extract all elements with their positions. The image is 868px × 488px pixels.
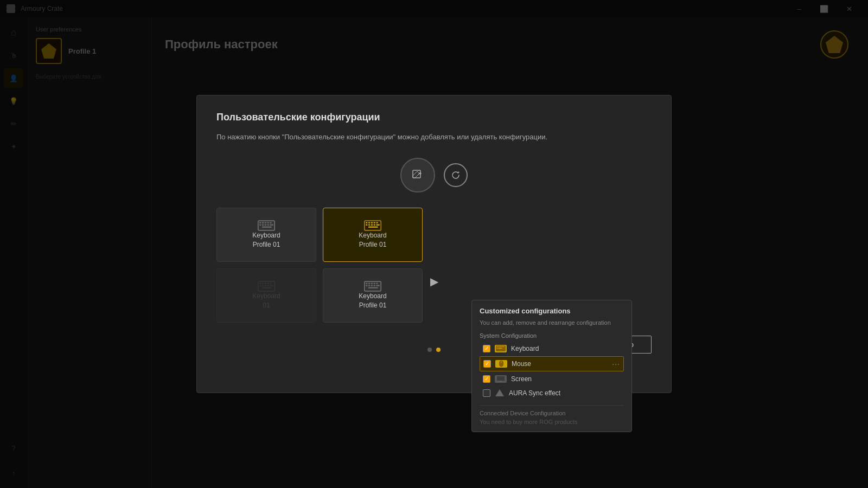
profile-card-label-2: KeyboardProfile 01 <box>359 231 386 249</box>
svg-rect-29 <box>267 282 269 284</box>
svg-rect-31 <box>259 285 261 286</box>
nav-dot-1[interactable] <box>427 348 432 352</box>
svg-rect-6 <box>270 222 271 223</box>
svg-rect-18 <box>376 222 378 223</box>
modal-heading: Пользовательские конфигурации <box>216 112 652 123</box>
edit-icon <box>411 169 424 182</box>
svg-rect-9 <box>265 224 266 225</box>
profile-card-1[interactable]: KeyboardProfile 01 <box>216 208 316 262</box>
keyboard-checkbox[interactable] <box>483 345 490 352</box>
nav-dots <box>427 348 441 352</box>
svg-rect-20 <box>368 224 370 225</box>
modal-overlay: Пользовательские конфигурации По нажатию… <box>0 0 868 488</box>
svg-rect-5 <box>267 222 269 223</box>
config-item-aura[interactable]: AURA Sync effect <box>480 387 624 400</box>
svg-rect-42 <box>376 282 378 284</box>
screen-label: Screen <box>511 375 621 383</box>
screen-checkbox[interactable] <box>483 375 490 383</box>
svg-rect-43 <box>366 285 367 286</box>
svg-rect-17 <box>374 222 375 223</box>
svg-rect-54 <box>503 346 505 348</box>
svg-rect-23 <box>376 224 379 225</box>
svg-rect-3 <box>262 222 264 223</box>
system-config-label: System Configuration <box>480 332 624 339</box>
mouse-checkbox[interactable] <box>483 360 491 368</box>
svg-rect-34 <box>267 285 269 286</box>
svg-rect-52 <box>500 346 501 348</box>
svg-rect-33 <box>265 285 266 286</box>
svg-rect-15 <box>368 222 370 223</box>
nav-dot-2[interactable] <box>436 348 441 352</box>
mouse-device-icon <box>495 360 507 368</box>
aura-checkbox[interactable] <box>483 389 490 397</box>
connected-desc: You need to buy more ROG products <box>480 419 624 425</box>
svg-rect-48 <box>368 287 378 288</box>
svg-rect-38 <box>366 282 367 284</box>
profile-card-label-3: Keyboard01 <box>252 292 280 310</box>
svg-rect-35 <box>270 285 273 286</box>
keyboard-icon-1 <box>258 220 275 231</box>
mouse-dots-icon: ··· <box>612 359 620 368</box>
config-item-screen[interactable]: Screen <box>480 373 624 386</box>
refresh-icon <box>450 170 461 181</box>
svg-rect-51 <box>499 346 500 348</box>
svg-rect-22 <box>374 224 375 225</box>
svg-rect-26 <box>259 282 261 284</box>
svg-rect-59 <box>500 381 502 382</box>
svg-rect-0 <box>413 170 420 178</box>
svg-rect-27 <box>262 282 264 284</box>
svg-rect-12 <box>262 226 272 227</box>
profile-card-label-1: KeyboardProfile 01 <box>252 231 280 249</box>
svg-rect-45 <box>371 285 373 286</box>
svg-rect-41 <box>374 282 375 284</box>
svg-rect-19 <box>366 224 367 225</box>
edit-circle-icon[interactable] <box>400 158 435 192</box>
svg-rect-14 <box>366 222 367 223</box>
svg-rect-28 <box>265 282 266 284</box>
keyboard-label: Keyboard <box>511 345 621 352</box>
svg-rect-39 <box>368 282 370 284</box>
keyboard-device-icon <box>495 345 507 352</box>
keyboard-mini-icon <box>496 345 506 351</box>
svg-rect-24 <box>368 226 378 227</box>
profile-card-4[interactable]: KeyboardProfile 01 <box>323 268 423 323</box>
arrow-right-icon: ▶ <box>430 275 438 288</box>
svg-rect-30 <box>270 282 271 284</box>
svg-rect-21 <box>371 224 373 225</box>
screen-device-icon <box>495 375 507 383</box>
svg-rect-58 <box>497 376 505 381</box>
modal-description: По нажатию кнопки "Пользовательские конф… <box>216 132 652 143</box>
svg-rect-7 <box>259 224 261 225</box>
svg-rect-2 <box>259 222 261 223</box>
screen-mini-icon <box>496 376 505 382</box>
config-item-keyboard[interactable]: Keyboard <box>480 342 624 355</box>
svg-rect-8 <box>262 224 264 225</box>
connected-section: Connected Device Configuration You need … <box>480 405 624 425</box>
keyboard-icon-4 <box>364 281 381 292</box>
modal-icons-row <box>216 158 652 192</box>
keyboard-icon-2 <box>364 220 381 231</box>
config-item-mouse[interactable]: Mouse ··· <box>480 356 624 371</box>
mouse-label: Mouse <box>512 360 608 368</box>
connected-label: Connected Device Configuration <box>480 410 624 416</box>
keyboard-icon-3 <box>258 281 275 292</box>
refresh-circle-icon[interactable] <box>444 163 468 187</box>
svg-rect-44 <box>368 285 370 286</box>
aura-triangle-icon <box>495 389 504 396</box>
config-panel: Customized configurations You can add, r… <box>471 300 632 432</box>
svg-rect-50 <box>497 346 498 348</box>
svg-rect-11 <box>270 224 273 225</box>
svg-rect-36 <box>262 287 272 288</box>
config-panel-desc: You can add, remove and rearrange config… <box>480 319 624 326</box>
profile-card-3[interactable]: Keyboard01 <box>216 268 316 323</box>
profile-card-label-4: KeyboardProfile 01 <box>359 292 386 310</box>
svg-rect-53 <box>502 346 503 348</box>
profile-card-2[interactable]: KeyboardProfile 01 <box>323 208 423 262</box>
mouse-mini-icon <box>499 360 504 367</box>
svg-rect-56 <box>499 348 502 349</box>
svg-rect-47 <box>376 285 379 286</box>
svg-rect-10 <box>267 224 269 225</box>
svg-rect-46 <box>374 285 375 286</box>
aura-label: AURA Sync effect <box>509 389 621 397</box>
svg-rect-40 <box>371 282 373 284</box>
